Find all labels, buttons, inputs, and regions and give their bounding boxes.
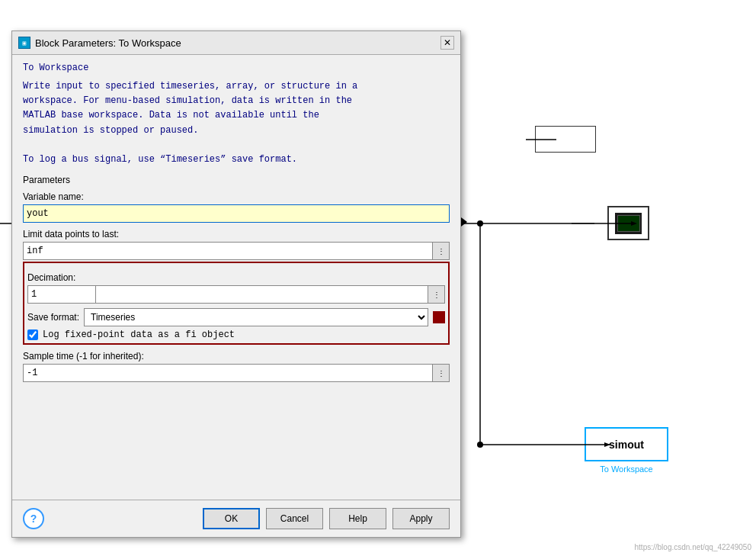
decimation-row: ⋮ [27,285,445,304]
help-icon-label: ? [30,513,37,525]
variable-name-label: Variable name: [23,191,450,202]
help-icon-button[interactable]: ? [23,508,44,529]
dialog-content: To Workspace Write input to specified ti… [12,55,460,500]
log-checkbox-row: Log fixed-point data as a fi object [27,329,445,340]
parameters-section-label: Parameters [23,175,450,185]
block-name-label: To Workspace [23,63,450,73]
limit-data-row: ⋮ [23,242,450,260]
action-buttons-group: OK Cancel Help Apply [203,508,450,529]
cancel-button[interactable]: Cancel [266,508,323,529]
sim-workspace-block: simout To Workspace [585,427,668,461]
decimation-label: Decimation: [27,272,445,283]
save-format-select[interactable]: Timeseries Array Structure Structure Wit… [84,308,428,326]
apply-button[interactable]: Apply [392,508,450,529]
variable-name-input[interactable] [23,204,450,223]
block-parameters-dialog: ▣ Block Parameters: To Workspace ✕ To Wo… [11,31,461,538]
log-checkbox-label: Log fixed-point data as a fi object [43,329,235,340]
workspace-block-label: simout [609,439,644,451]
sample-time-label: Sample time (-1 for inherited): [23,351,450,362]
block-description: Write input to specified timeseries, arr… [23,79,450,167]
dialog-icon: ▣ [18,37,30,49]
dialog-buttons-bar: ? OK Cancel Help Apply [12,500,460,537]
desc-line4: simulation is stopped or paused. [23,125,198,136]
sample-time-row: ⋮ [23,364,450,382]
input-arrow [461,217,467,227]
decimation-input-right[interactable] [96,285,428,304]
help-button[interactable]: Help [329,508,386,529]
dialog-title: Block Parameters: To Workspace [35,37,181,49]
svg-point-5 [477,442,483,448]
desc-line2: workspace. For menu-based simulation, da… [23,95,352,106]
workspace-sub-label: To Workspace [586,464,667,474]
icon-label: ▣ [23,40,27,47]
log-checkbox[interactable] [27,329,38,340]
sim-block-top [535,126,596,153]
scope-screen [617,215,640,232]
decimation-ellipsis[interactable]: ⋮ [428,285,445,304]
save-format-label: Save format: [27,312,79,323]
desc-line5: To log a bus signal, use “Timeseries” sa… [23,154,297,165]
sim-scope-block [607,206,649,240]
highlight-border-section: Decimation: ⋮ Save format: Timeseries Ar… [23,262,450,345]
svg-point-3 [477,220,483,227]
decimation-input-left[interactable] [27,285,96,304]
sample-time-input[interactable] [23,364,433,382]
limit-data-ellipsis[interactable]: ⋮ [433,242,450,260]
desc-line3: MATLAB base workspace. Data is not avail… [23,110,319,121]
title-bar-left: ▣ Block Parameters: To Workspace [18,37,181,49]
scope-inner [615,213,642,234]
close-button[interactable]: ✕ [440,36,454,50]
red-indicator [433,311,445,323]
limit-data-input[interactable] [23,242,433,260]
save-format-row: Save format: Timeseries Array Structure … [27,308,445,326]
dialog-title-bar: ▣ Block Parameters: To Workspace ✕ [12,31,460,55]
desc-line1: Write input to specified timeseries, arr… [23,81,357,92]
sample-time-ellipsis[interactable]: ⋮ [433,364,450,382]
watermark: https://blog.csdn.net/qq_42249050 [635,543,751,551]
ok-button[interactable]: OK [203,508,260,529]
limit-data-label: Limit data points to last: [23,229,450,239]
